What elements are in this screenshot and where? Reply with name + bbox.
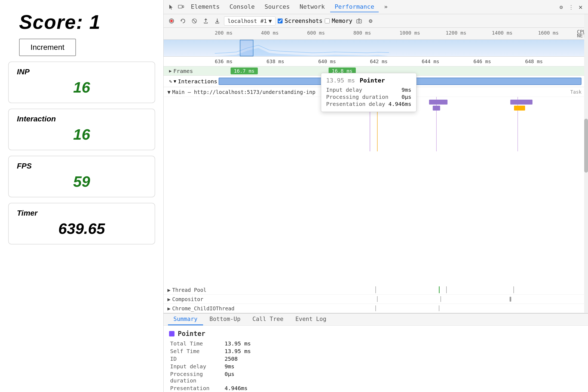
proc-dur-key: Processing duration <box>170 371 225 384</box>
self-time-key: Self Time <box>170 348 225 354</box>
thread-pool-row: ▶ Thread Pool <box>164 285 588 295</box>
fps-card: FPS 59 <box>8 156 155 197</box>
device-icon[interactable] <box>177 3 185 11</box>
tab-console[interactable]: Console <box>225 2 259 12</box>
fps-label: FPS <box>17 162 146 170</box>
bottom-panel: Summary Bottom-Up Call Tree Event Log Po… <box>164 313 588 392</box>
tab-elements[interactable]: Elements <box>186 2 224 12</box>
record-icon[interactable] <box>167 16 176 26</box>
tooltip-input-delay-row: Input delay 9ms <box>326 87 411 93</box>
id-val: 2508 <box>225 356 583 362</box>
svg-rect-15 <box>510 100 532 105</box>
main-chevron-icon[interactable]: ▼ <box>167 89 170 95</box>
ruler-tick-1600: 1600 ms <box>538 30 559 36</box>
thread-pool-chevron-icon[interactable]: ▶ <box>167 287 170 293</box>
thread-tick-1 <box>375 286 376 293</box>
settings-icon[interactable]: ⚙ <box>557 3 566 11</box>
tab-bottom-up[interactable]: Bottom-Up <box>204 314 246 325</box>
thread-tick-green <box>439 286 440 293</box>
scrollbar-track <box>584 14 588 313</box>
summary-grid: Total Time 13.95 ms Self Time 13.95 ms I… <box>170 340 583 392</box>
tab-event-log[interactable]: Event Log <box>290 314 332 325</box>
childio-chevron-icon[interactable]: ▶ <box>167 305 170 311</box>
memory-checkbox-group: Memory <box>325 18 353 24</box>
timer-label: Timer <box>17 209 146 218</box>
thread-tick-2 <box>446 286 447 293</box>
tooltip-input-delay-value: 9ms <box>402 87 411 93</box>
svg-point-7 <box>358 20 360 22</box>
bottom-tabs: Summary Bottom-Up Call Tree Event Log <box>164 314 588 326</box>
tab-more[interactable]: » <box>380 2 392 12</box>
pointer-swatch <box>169 331 174 336</box>
svg-rect-14 <box>429 100 448 105</box>
frames-chevron-icon[interactable]: ▶ <box>169 68 172 74</box>
childio-content <box>215 304 588 313</box>
tooltip-presentation-value: 4.946ms <box>388 101 411 107</box>
svg-rect-19 <box>514 106 525 111</box>
screenshots-label: Screenshots <box>285 18 323 24</box>
inp-label: INP <box>17 68 146 76</box>
screenshots-checkbox[interactable] <box>278 19 283 23</box>
memory-checkbox[interactable] <box>325 19 330 23</box>
zoomed-tick-640: 640 ms <box>318 59 336 64</box>
clear-icon[interactable] <box>190 16 199 26</box>
pres-delay-val: 4.946ms <box>225 385 583 392</box>
ruler-tick-1000: 1000 ms <box>400 30 420 36</box>
timer-value: 639.65 <box>17 220 146 237</box>
tooltip-presentation-label: Presentation delay <box>326 101 385 107</box>
upload-icon[interactable] <box>201 16 210 26</box>
childio-row: ▶ Chrome_ChildIOThread <box>164 304 588 313</box>
interaction-card: Interaction 16 <box>8 109 155 150</box>
childio-label: ▶ Chrome_ChildIOThread <box>164 305 215 311</box>
compositor-content <box>215 295 588 304</box>
total-time-val: 13.95 ms <box>225 340 583 347</box>
tooltip-title: 13.95 ms Pointer <box>326 77 411 84</box>
pencil-icon: ✎ <box>169 78 172 84</box>
bottom-content: Pointer Total Time 13.95 ms Self Time 13… <box>164 326 588 392</box>
tab-network[interactable]: Network <box>295 2 329 12</box>
tab-call-tree[interactable]: Call Tree <box>247 314 289 325</box>
increment-button[interactable]: Increment <box>19 39 76 56</box>
scrollbar-thumb[interactable] <box>584 119 588 173</box>
overview-bar[interactable] <box>164 40 588 57</box>
tab-sources[interactable]: Sources <box>260 2 294 12</box>
compositor-bar <box>510 297 511 302</box>
score-title: Score: 1 <box>19 11 101 33</box>
svg-rect-1 <box>183 6 184 8</box>
interactions-chevron-icon[interactable]: ▼ <box>174 79 176 84</box>
tooltip-processing-row: Processing duration 0μs <box>326 94 411 100</box>
childio-tick-1 <box>375 305 376 311</box>
tab-performance[interactable]: Performance <box>330 2 379 12</box>
url-dropdown-icon: ▼ <box>269 18 272 24</box>
zoomed-tick-636: 636 ms <box>215 59 232 64</box>
interaction-label: Interaction <box>17 115 146 123</box>
ruler-tick-400: 400 ms <box>261 30 279 36</box>
left-panel: Score: 1 Increment INP 16 Interaction 16… <box>0 0 163 392</box>
thread-pool-label: ▶ Thread Pool <box>164 287 215 293</box>
devtools-panel: Elements Console Sources Network Perform… <box>163 0 588 392</box>
more-icon[interactable]: ⋮ <box>567 3 575 11</box>
cursor-icon[interactable] <box>167 3 176 11</box>
task-label: Task <box>570 89 581 95</box>
overview-selection[interactable] <box>240 40 253 56</box>
compositor-label: ▶ Compositor <box>164 296 215 302</box>
ruler-tick-800: 800 ms <box>353 30 371 36</box>
compositor-text: Compositor <box>172 296 203 302</box>
input-delay-key: Input delay <box>170 363 225 370</box>
thread-pool-content <box>215 285 588 294</box>
ruler-tick-1200: 1200 ms <box>446 30 466 36</box>
compositor-chevron-icon[interactable]: ▶ <box>167 296 170 302</box>
devtools-toolbar: localhost #1 ▼ Screenshots Memory ⚙ <box>164 14 588 28</box>
reload-icon[interactable] <box>178 16 188 26</box>
screenshot-icon[interactable] <box>354 16 364 26</box>
download-icon[interactable] <box>213 16 222 26</box>
svg-point-3 <box>170 20 173 22</box>
tab-summary[interactable]: Summary <box>168 314 203 325</box>
svg-rect-0 <box>178 5 182 8</box>
interaction-value: 16 <box>17 125 146 143</box>
ruler-tick-200: 200 ms <box>215 30 232 36</box>
close-icon[interactable]: ✕ <box>577 2 585 12</box>
tracks-area <box>164 97 588 285</box>
url-selector[interactable]: localhost #1 ▼ <box>224 16 275 26</box>
gear-icon[interactable]: ⚙ <box>366 16 375 26</box>
